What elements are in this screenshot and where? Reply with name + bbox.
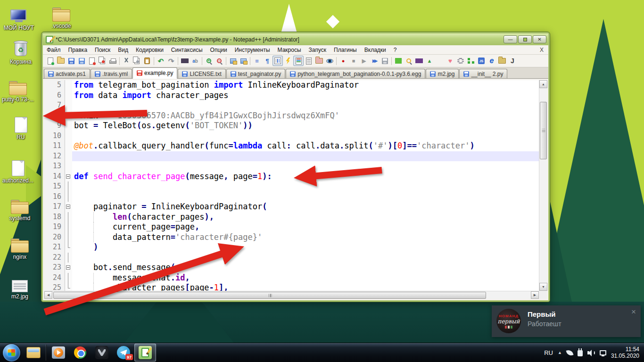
macro-record-icon[interactable]: ● — [338, 56, 348, 66]
tab-.travis.yml[interactable]: .travis.yml — [91, 69, 132, 78]
gears-icon[interactable] — [455, 56, 466, 66]
doc-map-icon[interactable] — [293, 56, 304, 66]
telegram-notification[interactable]: НОМАНД первый Первый Работаешт × — [492, 305, 641, 337]
binoculars-icon[interactable] — [414, 56, 424, 66]
show-hidden-icons-chevron[interactable]: ▲ — [558, 350, 562, 355]
taskbar-item-chrome[interactable] — [69, 344, 91, 362]
minimize-button[interactable]: — — [504, 35, 517, 43]
start-button[interactable] — [3, 344, 20, 362]
fold-margin[interactable] — [65, 151, 72, 162]
volume-tray-icon[interactable] — [587, 350, 595, 356]
shortcuts-icon[interactable] — [283, 56, 293, 66]
horizontal-scrollbar[interactable]: ◀ ▶ — [44, 291, 539, 299]
fold-margin[interactable] — [65, 172, 72, 182]
print-icon[interactable] — [107, 56, 118, 66]
power-tray-icon[interactable] — [578, 350, 583, 356]
fold-margin[interactable] — [65, 100, 72, 111]
desktop-icon-nginx-folder[interactable]: nginx — [2, 232, 38, 260]
fold-margin[interactable] — [65, 202, 72, 212]
sync-horizontal-icon[interactable] — [238, 56, 248, 66]
menu-item-Файл[interactable]: Файл — [43, 46, 65, 54]
code-editor[interactable]: 5from telegram_bot_pagination import Inl… — [44, 80, 547, 291]
menu-item-Кодировки[interactable]: Кодировки — [132, 46, 167, 54]
heart-icon[interactable]: ♥ — [445, 56, 455, 66]
scroll-up-button[interactable]: ▲ — [539, 80, 547, 88]
fold-margin[interactable] — [65, 192, 72, 202]
menu-item-Вид[interactable]: Вид — [114, 46, 132, 54]
fold-margin[interactable] — [65, 263, 72, 273]
menu-item-Опции[interactable]: Опции — [206, 46, 231, 54]
cut-icon[interactable] — [121, 56, 132, 66]
close-icon[interactable] — [87, 56, 97, 66]
tab-python_telegram_bot_pagination-0.0.1-py3.6.egg[interactable]: python_telegram_bot_pagination-0.0.1-py3… — [286, 69, 425, 78]
ie-icon[interactable]: e — [487, 56, 497, 66]
menu-item-Синтаксисы[interactable]: Синтаксисы — [167, 46, 206, 54]
network-tray-icon[interactable] — [600, 350, 606, 355]
fold-margin[interactable] — [65, 161, 72, 172]
blocks-icon[interactable] — [466, 56, 476, 66]
preview-icon[interactable] — [435, 56, 445, 66]
menu-item-Правка[interactable]: Правка — [65, 46, 91, 54]
tab-test_paginator.py[interactable]: test_paginator.py — [226, 69, 285, 78]
maximize-button[interactable] — [518, 35, 532, 43]
macro-play-icon[interactable]: ▶ — [359, 56, 369, 66]
clock[interactable]: 11:54 31.05.2020 — [611, 346, 639, 359]
language-indicator[interactable]: RU — [544, 349, 553, 356]
show-symbols-icon[interactable]: ¶ — [262, 56, 272, 66]
antivirus-tray-icon[interactable] — [566, 349, 573, 356]
redo-icon[interactable]: ↷ — [166, 56, 176, 66]
tab-__init__-2.py[interactable]: __init__ 2.py — [459, 69, 507, 78]
fold-margin[interactable] — [65, 181, 72, 192]
fold-margin[interactable] — [65, 283, 72, 291]
replace-icon[interactable]: ab — [190, 56, 200, 66]
close-all-icon[interactable] — [97, 56, 107, 66]
zoom-out-icon[interactable]: − — [214, 56, 224, 66]
desktop-icon-systemd-folder[interactable]: systemd — [2, 193, 38, 222]
desktop-icon-authorized-file[interactable]: authorized... — [0, 156, 36, 184]
vertical-scroll-thumb[interactable] — [540, 102, 547, 159]
fold-margin[interactable] — [65, 253, 72, 263]
menu-item-Макросы[interactable]: Макросы — [274, 46, 305, 54]
fold-margin[interactable] — [65, 222, 72, 232]
taskbar-item-explorer[interactable] — [23, 344, 44, 362]
folder-workspace-icon[interactable] — [314, 56, 324, 66]
desktop-icon-ru-file[interactable]: RU — [3, 112, 39, 140]
fold-margin[interactable] — [65, 141, 72, 151]
fold-collapse-icon[interactable] — [66, 205, 70, 209]
desktop-icon-putty-folder[interactable]: putty-0.73-... — [0, 74, 36, 103]
undo-icon[interactable]: ↶ — [156, 56, 166, 66]
tab-m2.jpg[interactable]: m2.jpg — [426, 69, 459, 78]
fold-margin[interactable] — [65, 242, 72, 253]
scroll-down-button[interactable]: ▼ — [539, 283, 547, 291]
fold-margin[interactable] — [65, 121, 72, 131]
desktop-icon-vscode-folder[interactable]: .vscode — [43, 1, 79, 29]
macro-stop-icon[interactable]: ■ — [348, 56, 359, 66]
fold-margin[interactable] — [65, 90, 72, 101]
scroll-left-button[interactable]: ◀ — [44, 291, 52, 299]
save-icon[interactable] — [66, 56, 76, 66]
menu-close-button[interactable]: X — [535, 47, 548, 53]
close-button[interactable]: ✕ — [533, 35, 546, 43]
tab-activate.ps1[interactable]: activate.ps1 — [44, 69, 90, 78]
tab-example.py[interactable]: example.py — [132, 67, 177, 79]
save-all-icon[interactable] — [76, 56, 87, 66]
paste-icon[interactable] — [142, 56, 152, 66]
indent-guide-icon[interactable] — [272, 56, 283, 66]
taskbar-item-telegram[interactable]: 97 — [113, 344, 134, 362]
tab-LICENSE.txt[interactable]: LICENSE.txt — [178, 69, 225, 78]
doc-find-icon[interactable] — [518, 56, 528, 66]
js-icon[interactable]: JS — [476, 56, 487, 66]
menu-item-?[interactable]: ? — [390, 46, 401, 54]
char-panel-icon[interactable] — [404, 56, 414, 66]
desktop-icon-recycle-bin[interactable]: ♻Корзина — [3, 37, 39, 65]
copy-icon[interactable] — [132, 56, 142, 66]
find-icon[interactable] — [180, 56, 190, 66]
menu-item-Плагины[interactable]: Плагины — [330, 46, 361, 54]
menu-item-Поиск[interactable]: Поиск — [91, 46, 114, 54]
macro-save-icon[interactable] — [380, 56, 390, 66]
notification-close-icon[interactable]: × — [627, 305, 641, 319]
scroll-right-button[interactable]: ▶ — [531, 291, 539, 299]
fold-collapse-icon[interactable] — [66, 174, 70, 179]
menu-item-Инструменты[interactable]: Инструменты — [231, 46, 274, 54]
zoom-in-icon[interactable]: + — [204, 56, 214, 66]
